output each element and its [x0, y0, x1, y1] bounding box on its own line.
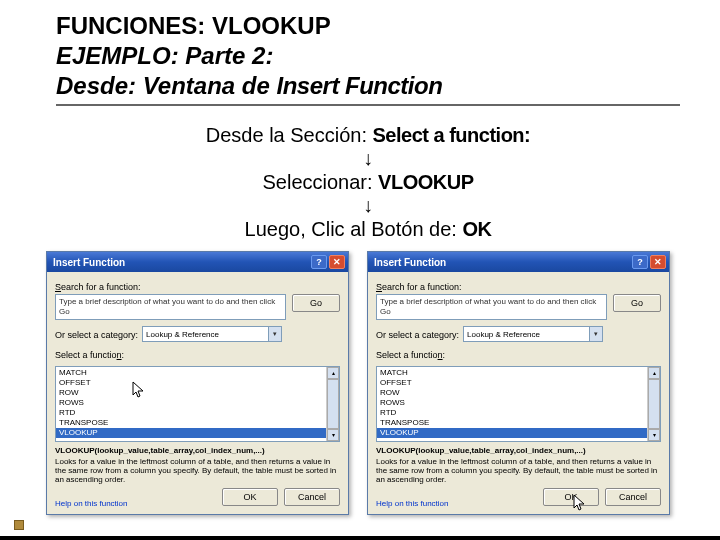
list-item[interactable]: MATCH [377, 368, 660, 378]
instruction-step-2: Seleccionar: VLOOKUP [56, 171, 680, 194]
function-signature: VLOOKUP(lookup_value,table_array,col_ind… [376, 446, 661, 455]
step3-bold: OK [462, 218, 491, 240]
dialog-title: Insert Function [374, 257, 446, 268]
search-label: Search for a function: [376, 282, 661, 292]
search-label: Search for a function: [55, 282, 340, 292]
dialog-title: Insert Function [53, 257, 125, 268]
category-dropdown[interactable]: Lookup & Reference ▾ [463, 326, 603, 342]
go-button[interactable]: Go [613, 294, 661, 312]
chevron-down-icon: ▾ [268, 327, 281, 341]
arrow-down-icon: ↓ [56, 196, 680, 214]
category-dropdown[interactable]: Lookup & Reference ▾ [142, 326, 282, 342]
scroll-down-icon[interactable]: ▾ [648, 429, 660, 441]
step1-prefix: Desde la Sección: [206, 124, 373, 146]
search-input[interactable]: Type a brief description of what you wan… [376, 294, 607, 320]
cancel-button[interactable]: Cancel [284, 488, 340, 506]
step3-prefix: Luego, Clic al Botón de: [245, 218, 463, 240]
instruction-step-3: Luego, Clic al Botón de: OK [56, 218, 680, 241]
instruction-step-1: Desde la Sección: Select a function: [56, 124, 680, 147]
list-item[interactable]: TRANSPOSE [56, 418, 339, 428]
close-icon[interactable]: ✕ [329, 255, 345, 269]
function-listbox[interactable]: MATCH OFFSET ROW ROWS RTD TRANSPOSE VLOO… [376, 366, 661, 442]
list-item[interactable]: TRANSPOSE [377, 418, 660, 428]
slide-bullet-icon [14, 520, 24, 530]
function-description: Looks for a value in the leftmost column… [376, 457, 661, 484]
help-link[interactable]: Help on this function [376, 499, 449, 508]
list-item[interactable]: ROWS [377, 398, 660, 408]
step1-bold: Select a function: [373, 124, 531, 146]
list-item[interactable]: RTD [377, 408, 660, 418]
arrow-down-icon: ↓ [56, 149, 680, 167]
list-item-selected[interactable]: VLOOKUP [56, 428, 339, 438]
list-item[interactable]: ROW [377, 388, 660, 398]
list-item[interactable]: ROW [56, 388, 339, 398]
select-function-label: Select a function: [376, 350, 661, 360]
scroll-down-icon[interactable]: ▾ [327, 429, 339, 441]
help-icon[interactable]: ? [311, 255, 327, 269]
insert-function-dialog: Insert Function ? ✕ Search for a functio… [46, 251, 349, 515]
chevron-down-icon: ▾ [589, 327, 602, 341]
dialogs-container: Insert Function ? ✕ Search for a functio… [46, 251, 670, 515]
help-link[interactable]: Help on this function [55, 499, 128, 508]
ok-button[interactable]: OK [543, 488, 599, 506]
dialog-titlebar[interactable]: Insert Function ? ✕ [47, 252, 348, 272]
slide-title: FUNCIONES: VLOOKUP EJEMPLO: Parte 2: Des… [56, 12, 680, 106]
select-function-label: Select a function: [55, 350, 340, 360]
function-signature: VLOOKUP(lookup_value,table_array,col_ind… [55, 446, 340, 455]
list-item-selected[interactable]: VLOOKUP [377, 428, 660, 438]
scrollbar[interactable]: ▴ ▾ [326, 367, 339, 441]
slide-footer-bar [0, 536, 720, 540]
go-button[interactable]: Go [292, 294, 340, 312]
list-item[interactable]: MATCH [56, 368, 339, 378]
step2-prefix: Seleccionar: [262, 171, 378, 193]
function-listbox[interactable]: MATCH OFFSET ROW ROWS RTD TRANSPOSE VLOO… [55, 366, 340, 442]
function-description: Looks for a value in the leftmost column… [55, 457, 340, 484]
list-item[interactable]: RTD [56, 408, 339, 418]
search-input[interactable]: Type a brief description of what you wan… [55, 294, 286, 320]
cancel-button[interactable]: Cancel [605, 488, 661, 506]
category-value: Lookup & Reference [467, 330, 540, 339]
scroll-thumb[interactable] [648, 379, 660, 429]
title-line-2: EJEMPLO: Parte 2: [56, 42, 680, 70]
ok-button[interactable]: OK [222, 488, 278, 506]
category-label: Or select a category: [55, 330, 138, 340]
title-line-1: FUNCIONES: VLOOKUP [56, 12, 680, 40]
scroll-thumb[interactable] [327, 379, 339, 429]
title-line-3: Desde: Ventana de Insert Function [56, 72, 680, 100]
scroll-up-icon[interactable]: ▴ [648, 367, 660, 379]
help-icon[interactable]: ? [632, 255, 648, 269]
step2-bold: VLOOKUP [378, 171, 473, 193]
title-line-3-prefix: Desde: Ventana de [56, 72, 277, 99]
scroll-up-icon[interactable]: ▴ [327, 367, 339, 379]
scrollbar[interactable]: ▴ ▾ [647, 367, 660, 441]
dialog-titlebar[interactable]: Insert Function ? ✕ [368, 252, 669, 272]
category-label: Or select a category: [376, 330, 459, 340]
list-item[interactable]: OFFSET [377, 378, 660, 388]
category-value: Lookup & Reference [146, 330, 219, 339]
insert-function-dialog: Insert Function ? ✕ Search for a functio… [367, 251, 670, 515]
close-icon[interactable]: ✕ [650, 255, 666, 269]
title-line-3-emph: Insert Function [277, 72, 443, 99]
list-item[interactable]: ROWS [56, 398, 339, 408]
list-item[interactable]: OFFSET [56, 378, 339, 388]
